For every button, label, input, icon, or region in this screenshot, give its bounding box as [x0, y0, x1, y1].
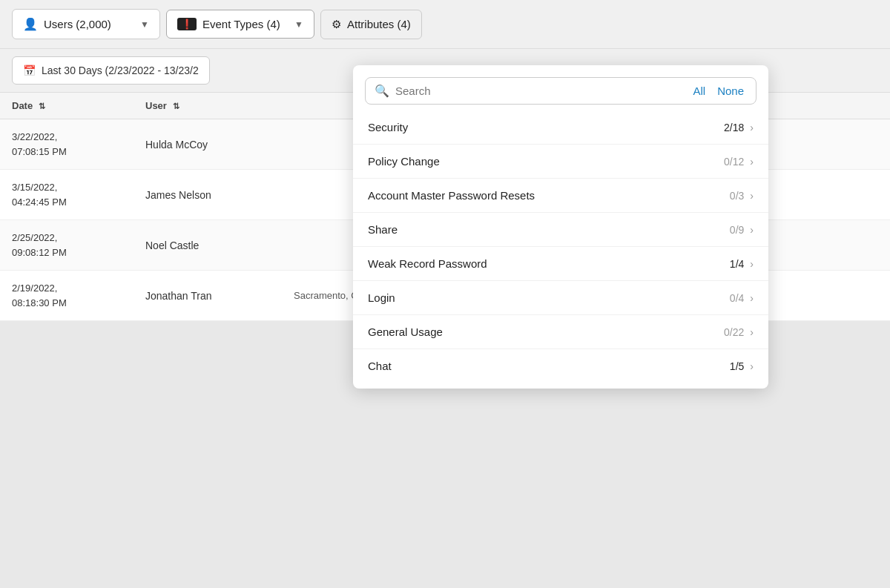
event-type-account-master-pw-label: Account Master Password Resets — [368, 189, 535, 202]
event-type-security-count: 2/18 — [724, 122, 744, 133]
row1-date: 3/22/2022,07:08:15 PM — [12, 130, 145, 159]
row2-user: James Nelson — [145, 189, 294, 201]
attributes-icon: ⚙ — [332, 18, 341, 31]
calendar-icon: 📅 — [23, 65, 36, 76]
event-type-login-label: Login — [368, 291, 395, 304]
event-type-policy-change[interactable]: Policy Change 0/12 › — [353, 145, 768, 179]
date-filter-button[interactable]: 📅 Last 30 Days (2/23/2022 - 13/23/2 — [12, 56, 210, 85]
select-none-button[interactable]: None — [714, 85, 747, 97]
event-types-filter-label: Event Types (4) — [202, 18, 280, 30]
event-type-weak-record-pw-chevron: › — [750, 258, 754, 270]
event-type-chat[interactable]: Chat 1/5 › — [353, 349, 768, 383]
search-actions: All None — [690, 85, 747, 97]
event-type-chat-label: Chat — [368, 360, 392, 372]
event-type-security[interactable]: Security 2/18 › — [353, 110, 768, 145]
users-icon: 👤 — [23, 17, 38, 31]
event-search-bar: 🔍 All None — [365, 77, 756, 105]
search-icon: 🔍 — [375, 84, 389, 98]
event-type-share-count: 0/9 — [730, 224, 744, 236]
event-type-general-usage-chevron: › — [750, 326, 754, 338]
event-type-login[interactable]: Login 0/4 › — [353, 281, 768, 315]
event-type-policy-change-label: Policy Change — [368, 155, 440, 168]
col-date-header[interactable]: Date ⇅ — [12, 100, 145, 111]
col-user-header[interactable]: User ⇅ — [145, 100, 294, 111]
row2-date: 3/15/2022,04:24:45 PM — [12, 180, 145, 209]
event-types-chevron-icon: ▼ — [294, 19, 303, 30]
event-type-weak-record-pw-label: Weak Record Password — [368, 257, 487, 270]
event-type-policy-change-count: 0/12 — [724, 156, 744, 168]
row1-user: Hulda McCoy — [145, 139, 294, 151]
attributes-filter-button[interactable]: ⚙ Attributes (4) — [320, 10, 422, 39]
select-all-button[interactable]: All — [690, 85, 708, 97]
event-type-account-master-pw-chevron: › — [750, 190, 754, 202]
row3-date: 2/25/2022,09:08:12 PM — [12, 231, 145, 260]
event-type-policy-change-chevron: › — [750, 156, 754, 168]
event-type-share-chevron: › — [750, 224, 754, 236]
date-filter-label: Last 30 Days (2/23/2022 - 13/23/2 — [42, 65, 199, 76]
event-type-chat-count: 1/5 — [730, 360, 744, 372]
event-type-list: Security 2/18 › Policy Change 0/12 › Acc… — [353, 110, 768, 383]
event-type-general-usage[interactable]: General Usage 0/22 › — [353, 315, 768, 349]
users-filter-label: Users (2,000) — [44, 18, 111, 30]
event-type-account-master-pw[interactable]: Account Master Password Resets 0/3 › — [353, 179, 768, 213]
event-type-account-master-pw-count: 0/3 — [730, 190, 744, 202]
event-type-weak-record-pw-count: 1/4 — [730, 258, 744, 270]
event-type-login-chevron: › — [750, 292, 754, 304]
row3-user: Noel Castle — [145, 240, 294, 251]
event-type-security-label: Security — [368, 121, 408, 133]
attributes-filter-label: Attributes (4) — [347, 18, 411, 30]
event-type-security-chevron: › — [750, 122, 754, 133]
date-sort-icon: ⇅ — [39, 102, 45, 111]
event-type-share-label: Share — [368, 223, 398, 236]
event-types-dropdown: 🔍 All None Security 2/18 › Policy Change… — [353, 65, 768, 389]
users-filter-button[interactable]: 👤 Users (2,000) ▼ — [12, 9, 160, 39]
event-type-weak-record-pw[interactable]: Weak Record Password 1/4 › — [353, 247, 768, 281]
search-input[interactable] — [395, 85, 684, 97]
row4-date: 2/19/2022,08:18:30 PM — [12, 281, 145, 310]
event-type-general-usage-label: General Usage — [368, 326, 443, 338]
event-type-login-count: 0/4 — [730, 292, 744, 304]
row4-user: Jonathan Tran — [145, 290, 294, 302]
event-type-general-usage-count: 0/22 — [724, 326, 744, 338]
users-chevron-icon: ▼ — [140, 19, 149, 30]
event-types-icon: ❗ — [177, 18, 197, 30]
event-type-share[interactable]: Share 0/9 › — [353, 213, 768, 247]
event-types-filter-button[interactable]: ❗ Event Types (4) ▼ — [166, 10, 314, 39]
user-sort-icon: ⇅ — [173, 102, 179, 111]
event-type-chat-chevron: › — [750, 360, 754, 372]
